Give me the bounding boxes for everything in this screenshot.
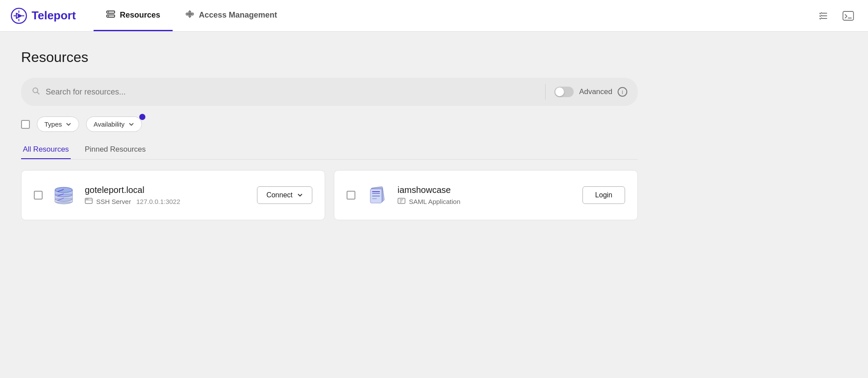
availability-chevron-icon <box>128 121 134 127</box>
nav-resources-label: Resources <box>120 11 160 20</box>
terminal-button[interactable] <box>839 7 857 24</box>
nav-actions <box>814 0 857 31</box>
search-icon <box>32 87 40 98</box>
header: Teleport Resources <box>0 0 868 32</box>
checklist-icon <box>818 11 828 21</box>
svg-rect-2 <box>107 11 115 13</box>
card-checkbox-iamshowcase[interactable] <box>347 191 355 200</box>
login-button-iamshowcase[interactable]: Login <box>582 186 625 204</box>
terminal-icon <box>843 11 854 21</box>
access-management-nav-icon <box>185 9 195 21</box>
svg-point-5 <box>108 15 109 16</box>
card-address-goteleport: 127.0.0.1:3022 <box>136 198 180 205</box>
ssh-type-icon <box>85 198 93 205</box>
types-filter-label: Types <box>44 120 62 128</box>
resource-grid: goteleport.local SSH Server 127.0.0.1:30… <box>21 170 638 220</box>
search-divider <box>545 84 546 100</box>
svg-rect-3 <box>107 15 115 17</box>
filters-row: Types Availability <box>21 116 638 132</box>
advanced-info-icon[interactable]: i <box>618 87 627 97</box>
svg-point-4 <box>108 11 109 12</box>
availability-active-dot <box>139 114 145 120</box>
logo-text: Teleport <box>32 9 76 22</box>
teleport-logo-icon <box>11 7 27 24</box>
card-info-goteleport: goteleport.local SSH Server 127.0.0.1:30… <box>85 185 248 205</box>
nav-access-management-label: Access Management <box>199 11 277 20</box>
svg-point-32 <box>87 199 88 200</box>
card-type-goteleport: SSH Server <box>96 198 131 205</box>
nav-item-access-management[interactable]: Access Management <box>173 0 289 31</box>
svg-line-18 <box>37 92 40 94</box>
resources-nav-icon <box>106 9 116 21</box>
svg-rect-15 <box>843 11 854 20</box>
main-nav: Resources Access Management <box>94 0 814 31</box>
card-action-iamshowcase: Login <box>582 186 625 204</box>
saml-app-icon <box>364 183 389 207</box>
card-info-iamshowcase: iamshowcase SAML Application <box>398 185 574 205</box>
saml-type-icon <box>398 198 405 205</box>
card-type-row-iamshowcase: SAML Application <box>398 198 574 205</box>
page-title: Resources <box>21 49 638 65</box>
card-action-goteleport: Connect <box>257 186 312 204</box>
main-content: Resources Advanced i Types <box>0 32 659 238</box>
availability-filter-button[interactable]: Availability <box>86 116 142 132</box>
availability-filter-label: Availability <box>94 120 125 128</box>
select-all-checkbox[interactable] <box>21 120 30 129</box>
logo[interactable]: Teleport <box>11 0 76 31</box>
nav-item-resources[interactable]: Resources <box>94 0 173 31</box>
types-filter-button[interactable]: Types <box>37 116 79 132</box>
connect-button-goteleport[interactable]: Connect <box>257 186 312 204</box>
advanced-label: Advanced <box>579 87 612 96</box>
toggle-knob <box>555 87 564 96</box>
types-chevron-icon <box>65 121 72 127</box>
svg-point-25 <box>55 187 72 193</box>
card-type-iamshowcase: SAML Application <box>409 198 460 205</box>
activity-button[interactable] <box>814 7 832 25</box>
resource-card-iamshowcase: iamshowcase SAML Application Lo <box>334 170 638 220</box>
search-input[interactable] <box>46 87 536 97</box>
card-name-goteleport: goteleport.local <box>85 185 248 195</box>
connect-chevron-icon <box>297 192 303 198</box>
tab-all-resources[interactable]: All Resources <box>21 141 71 159</box>
card-type-row-goteleport: SSH Server 127.0.0.1:3022 <box>85 198 248 205</box>
search-bar-container: Advanced i <box>21 78 638 106</box>
resource-tabs: All Resources Pinned Resources <box>21 141 638 160</box>
svg-point-1 <box>18 15 20 17</box>
resource-card-goteleport: goteleport.local SSH Server 127.0.0.1:30… <box>21 170 325 220</box>
svg-point-31 <box>86 199 87 200</box>
card-name-iamshowcase: iamshowcase <box>398 185 574 195</box>
advanced-area: Advanced i <box>554 87 627 97</box>
ssh-server-icon <box>51 183 76 207</box>
advanced-toggle[interactable] <box>554 87 574 97</box>
tab-pinned-resources[interactable]: Pinned Resources <box>83 141 148 159</box>
card-checkbox-goteleport[interactable] <box>34 191 43 200</box>
